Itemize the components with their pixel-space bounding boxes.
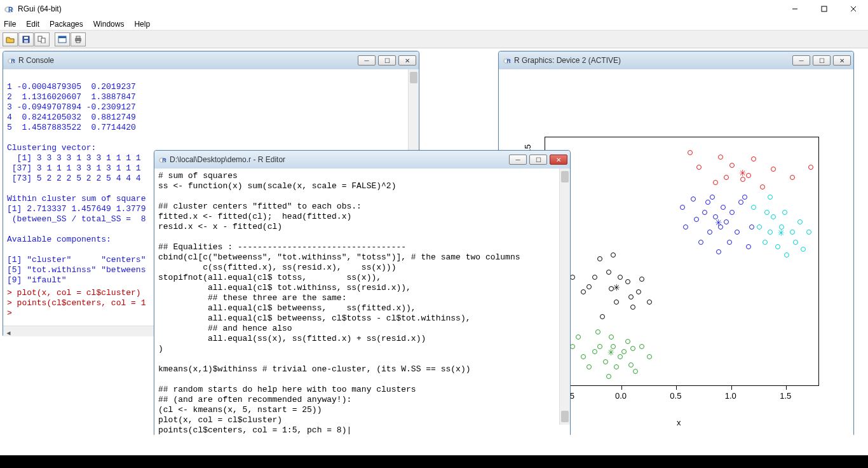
data-point xyxy=(768,230,773,235)
plot-region: ✳✳✳✳✳ xyxy=(545,137,819,386)
data-point xyxy=(710,195,715,200)
data-point xyxy=(606,374,611,379)
data-point xyxy=(751,156,756,162)
data-point xyxy=(801,247,806,252)
data-point xyxy=(595,329,600,334)
graphics-minimize-button[interactable]: ─ xyxy=(792,55,810,65)
data-point xyxy=(707,230,712,235)
data-point xyxy=(625,279,630,284)
data-point xyxy=(621,349,627,354)
data-point xyxy=(592,275,597,280)
data-point xyxy=(570,275,575,280)
mdi-area: R R Console ─ ☐ ✕ 1 -0.0004879305 0.2019… xyxy=(0,48,868,455)
data-point xyxy=(647,299,652,305)
editor-vscrollbar[interactable] xyxy=(559,169,570,425)
newwindow-icon[interactable] xyxy=(55,32,70,46)
editor-code[interactable]: # sum of squares ss <- function(x) sum(s… xyxy=(154,169,570,436)
editor-close-button[interactable]: ✕ xyxy=(550,155,567,165)
data-point xyxy=(698,240,703,245)
editor-maximize-button[interactable]: ☐ xyxy=(529,155,547,165)
open-icon[interactable] xyxy=(3,32,18,46)
data-point xyxy=(735,230,740,235)
data-point xyxy=(609,334,614,340)
data-point xyxy=(639,277,644,282)
os-taskbar[interactable] xyxy=(0,455,868,468)
data-point xyxy=(749,224,754,230)
menu-windows[interactable]: Windows xyxy=(93,20,125,29)
data-point xyxy=(713,180,718,185)
x-tick-label: 1.0 xyxy=(725,391,736,401)
data-point xyxy=(647,354,652,359)
data-point xyxy=(702,210,707,215)
r-logo-icon: R xyxy=(7,56,16,65)
data-point xyxy=(797,219,803,224)
data-point xyxy=(688,150,693,155)
x-tick-label: 1.5 xyxy=(780,391,791,401)
main-title: RGui (64-bit) xyxy=(18,4,62,13)
cluster-center-icon: ✳ xyxy=(715,218,722,226)
data-point xyxy=(724,219,729,224)
data-point xyxy=(790,175,795,180)
data-point xyxy=(691,196,696,202)
data-point xyxy=(727,240,732,245)
console-maximize-button[interactable]: ☐ xyxy=(378,55,396,65)
graphics-maximize-button[interactable]: ☐ xyxy=(813,55,831,65)
data-point xyxy=(782,210,787,215)
data-point xyxy=(587,284,592,289)
close-button[interactable] xyxy=(839,0,868,18)
data-point xyxy=(618,275,623,280)
menu-help[interactable]: Help xyxy=(134,20,150,29)
minimize-button[interactable] xyxy=(780,0,810,18)
data-point xyxy=(683,224,688,230)
console-minimize-button[interactable]: ─ xyxy=(358,55,376,65)
menu-packages[interactable]: Packages xyxy=(50,20,83,29)
data-point xyxy=(751,205,756,210)
menubar: File Edit Packages Windows Help xyxy=(0,18,868,31)
save-icon[interactable] xyxy=(18,32,34,46)
menu-file[interactable]: File xyxy=(4,20,16,29)
editor-minimize-button[interactable]: ─ xyxy=(509,155,527,165)
maximize-button[interactable] xyxy=(810,0,839,18)
data-point xyxy=(628,294,634,299)
svg-rect-11 xyxy=(41,38,45,43)
data-point xyxy=(808,165,813,170)
data-point xyxy=(628,362,634,368)
main-titlebar: R RGui (64-bit) xyxy=(0,0,868,18)
data-point xyxy=(716,249,721,254)
console-titlebar[interactable]: R R Console ─ ☐ ✕ xyxy=(3,52,419,69)
data-point xyxy=(614,364,619,369)
data-point xyxy=(581,289,586,294)
r-logo-icon: R xyxy=(4,4,14,14)
print-icon[interactable] xyxy=(71,32,86,46)
data-point xyxy=(618,354,623,359)
data-point xyxy=(633,369,638,374)
data-point xyxy=(570,344,575,349)
cluster-center-icon: ✳ xyxy=(740,169,747,176)
data-point xyxy=(680,205,685,210)
data-point xyxy=(696,165,702,170)
data-point xyxy=(718,155,723,160)
x-tick-label: 0.5 xyxy=(670,391,681,401)
data-point xyxy=(603,359,608,364)
data-point xyxy=(587,364,592,369)
r-logo-icon: R xyxy=(158,155,167,164)
menu-edit[interactable]: Edit xyxy=(26,20,39,29)
editor-body[interactable]: # sum of squares ss <- function(x) sum(s… xyxy=(154,169,570,436)
graphics-titlebar[interactable]: R R Graphics: Device 2 (ACTIVE) ─ ☐ ✕ xyxy=(499,52,853,69)
data-point xyxy=(597,344,602,349)
cluster-center-icon: ✳ xyxy=(613,283,620,291)
copypaste-icon[interactable] xyxy=(34,32,50,46)
cluster-center-icon: ✳ xyxy=(607,348,614,355)
data-point xyxy=(606,270,611,275)
main-window-controls xyxy=(780,0,868,18)
data-point xyxy=(760,184,765,189)
graphics-close-button[interactable]: ✕ xyxy=(833,55,851,65)
data-point xyxy=(771,167,776,172)
graphics-title: R Graphics: Device 2 (ACTIVE) xyxy=(514,56,621,65)
data-point xyxy=(793,240,798,245)
console-close-button[interactable]: ✕ xyxy=(398,55,416,65)
editor-titlebar[interactable]: R D:\local\Desktop\demo.r - R Editor ─ ☐… xyxy=(154,151,570,169)
data-point xyxy=(768,195,773,200)
data-point xyxy=(639,344,644,349)
data-point xyxy=(757,224,762,230)
